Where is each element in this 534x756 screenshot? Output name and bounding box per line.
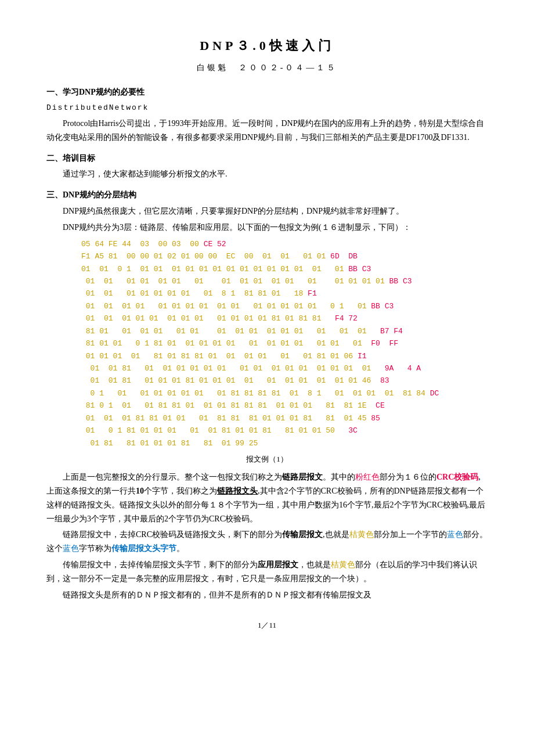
code-line-10: 01 01 01 01 81 01 81 81 01 01 01 01 01 0… xyxy=(81,350,488,362)
section-1-para-1: Protocol由Harris公司提出，于1993年开始应用。近一段时间，DNP… xyxy=(46,117,488,145)
strong-app-layer: 应用层报文 xyxy=(258,560,298,569)
code-line-14: 81 0 1 01 01 81 81 01 01 01 81 81 81 01 … xyxy=(81,399,488,412)
blue-transport-head-label: 传输层报文头字节 xyxy=(111,544,176,553)
section-2-para-1: 通过学习，使大家都达到能够分析报文的水平. xyxy=(46,167,488,181)
orange-span-1: 桔黄色 xyxy=(349,530,374,539)
code-block: 05 64 FE 44 03 00 03 00 CE 52 F1 A5 81 0… xyxy=(81,238,488,449)
code-caption: 报文例（1） xyxy=(46,453,488,466)
code-line-13: 0 1 01 01 01 01 01 01 01 81 81 81 81 01 … xyxy=(81,387,488,399)
section-3-heading: 三、DNP规约的分层结构 xyxy=(46,188,488,202)
strong-link-header: 链路报文头 xyxy=(217,487,258,495)
section-3-para-2: DNP规约共分为3层：链路层、传输层和应用层。以下面的一包报文为例(１６进制显示… xyxy=(46,221,488,235)
distributed-network-text: DistributedNetwork xyxy=(46,102,488,114)
orange-span-2: 桔黄色 xyxy=(331,560,355,569)
section-3-para-1: DNP规约虽然很庞大，但它层次清晰，只要掌握好DNP的分层结构，DNP规约就非常… xyxy=(46,204,488,218)
page-title: DNP３.0快速入门 xyxy=(46,35,488,56)
code-line-4: 01 01 01 01 01 01 01 01 01 01 01 01 01 0… xyxy=(81,275,488,287)
code-line-8: 81 01 01 01 01 01 01 01 01 01 01 01 01 0… xyxy=(81,325,488,337)
code-line-2: F1 A5 81 00 00 01 02 01 00 00 EC 00 01 0… xyxy=(81,250,488,262)
code-line-16: 01 0 1 81 01 01 01 01 01 81 01 01 81 81 … xyxy=(81,424,488,437)
strong-link-layer: 链路层报文 xyxy=(282,473,323,481)
code-line-15: 01 01 01 81 81 01 01 01 81 81 81 01 01 0… xyxy=(81,412,488,424)
code-line-7: 01 01 01 01 01 01 01 01 01 01 01 01 81 0… xyxy=(81,312,488,325)
code-line-3: 01 01 0 1 01 01 01 01 01 01 01 01 01 01 … xyxy=(81,263,488,275)
section-2-heading: 二、培训目标 xyxy=(46,152,488,165)
body-para-1: 上面是一包完整报文的分行显示。整个这一包报文我们称之为链路层报文。其中的粉红色部… xyxy=(46,470,488,525)
code-line-6: 01 01 01 01 01 01 01 01 01 01 01 01 01 0… xyxy=(81,300,488,312)
pink-red-span: 粉红色 xyxy=(355,473,380,481)
code-line-5: 01 01 01 01 01 01 01 01 8 1 81 81 01 18 … xyxy=(81,287,488,300)
section-1-heading: 一、学习DNP规约的必要性 xyxy=(46,85,488,99)
blue-span-1: 蓝色 xyxy=(447,530,463,539)
code-line-1: 05 64 FE 44 03 00 03 00 CE 52 xyxy=(81,238,488,250)
body-para-2: 链路层报文中，去掉CRC校验码及链路报文头，剩下的部分为传输层报文,也就是桔黄色… xyxy=(46,528,488,556)
body-para-4: 链路报文头是所有的ＤＮＰ报文都有的，但并不是所有的ＤＮＰ报文都有传输层报文及 xyxy=(46,588,488,602)
body-para-3: 传输层报文中，去掉传输层报文头字节，剩下的部分为应用层报文，也就是桔黄色部分（在… xyxy=(46,558,488,586)
code-line-11: 01 01 81 01 01 01 01 01 01 01 01 01 01 0… xyxy=(81,362,488,375)
code-line-12: 01 01 81 01 01 01 81 01 01 01 01 01 01 0… xyxy=(81,375,488,387)
strong-transport-layer: 传输层报文 xyxy=(282,530,323,539)
page-footer: 1／11 xyxy=(46,619,488,632)
code-line-9: 81 01 01 0 1 81 01 01 01 01 01 01 01 01 … xyxy=(81,337,488,350)
strong-10: 10 xyxy=(136,487,144,495)
blue-span-2: 蓝色 xyxy=(63,544,79,553)
crc-label: CRC校验码 xyxy=(436,473,478,481)
author-line: 白银魁 ２００２-０４—１５ xyxy=(46,61,488,75)
code-line-17: 01 81 81 01 01 01 81 81 01 99 25 xyxy=(81,437,488,449)
